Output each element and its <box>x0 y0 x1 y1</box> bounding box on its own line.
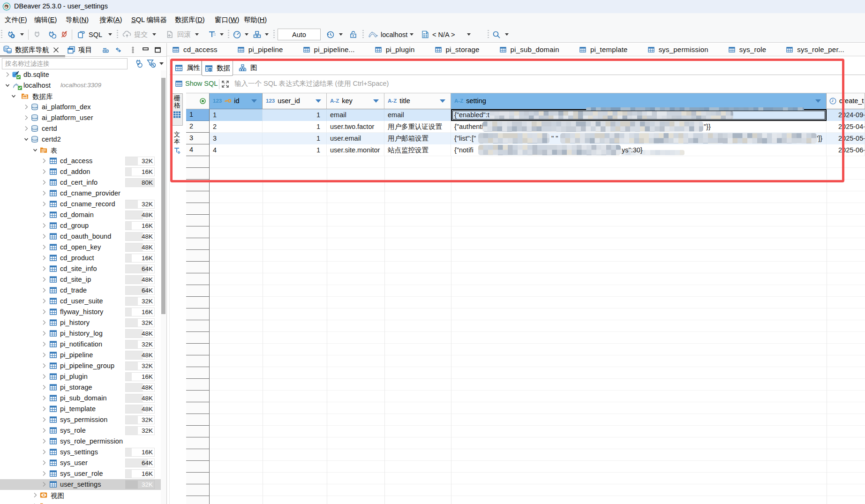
editor-tab-sys_permission[interactable]: sys_permission <box>642 43 723 56</box>
tree-item-cd_cname_provider[interactable]: cd_cname_provider <box>0 188 161 199</box>
link-with-editor-button[interactable] <box>115 46 122 53</box>
tree-item-pi_sub_domain[interactable]: pi_sub_domain48K <box>0 393 161 404</box>
tree-item-cd_access[interactable]: cd_access32K <box>0 156 161 166</box>
tree-item-sys_user[interactable]: sys_user64K <box>0 458 161 468</box>
chevron-right-icon[interactable] <box>41 331 47 336</box>
editor-tab-pi_template[interactable]: pi_template <box>574 43 642 56</box>
dropdown-caret-icon[interactable] <box>504 27 509 42</box>
tree-item-pi_plugin[interactable]: pi_plugin16K <box>0 371 161 382</box>
chevron-right-icon[interactable] <box>41 417 47 422</box>
editor-tab-pi_pipeline[interactable]: pi_pipeline <box>232 43 298 56</box>
menu-N[interactable]: 导航(N) <box>66 13 89 27</box>
tree-item-ai_platform_dex[interactable]: ai_platform_dex <box>0 102 161 113</box>
tree-item-pi_history[interactable]: pi_history32K <box>0 317 161 328</box>
tree-item-localhost[interactable]: localhostlocalhost:3309 <box>0 80 161 91</box>
chevron-right-icon[interactable] <box>41 158 47 164</box>
chevron-down-icon[interactable] <box>5 83 10 88</box>
dropdown-caret-icon[interactable] <box>244 27 249 42</box>
chevron-right-icon[interactable] <box>41 438 47 444</box>
active-connection-button[interactable]: localhost <box>369 27 407 42</box>
collapse-all-button[interactable] <box>102 46 109 53</box>
new-sql-editor-button[interactable]: SQL <box>77 27 102 42</box>
tree-item[interactable] <box>0 501 161 504</box>
new-connection-button[interactable] <box>6 27 15 42</box>
dropdown-caret-icon[interactable] <box>264 27 269 42</box>
tree-item-pi_pipeline[interactable]: pi_pipeline48K <box>0 350 161 361</box>
tree-item-ai_platform_user[interactable]: ai_platform_user <box>0 113 161 123</box>
chevron-right-icon[interactable] <box>5 72 10 77</box>
chevron-right-icon[interactable] <box>41 180 47 185</box>
dropdown-caret-icon[interactable] <box>338 27 343 42</box>
tree-item-cd_domain[interactable]: cd_domain48K <box>0 210 161 220</box>
transaction-log-button[interactable] <box>208 27 217 42</box>
tree-item-sys_role_permission[interactable]: sys_role_permission <box>0 436 161 447</box>
chevron-down-icon[interactable] <box>23 136 29 142</box>
auto-commit-select[interactable]: Auto <box>278 29 321 40</box>
chevron-right-icon[interactable] <box>41 309 47 315</box>
menu-H[interactable]: 帮助(H) <box>244 13 267 27</box>
filter-caret-icon[interactable] <box>159 62 164 66</box>
tree-item-cd_site_info[interactable]: cd_site_info64K <box>0 263 161 274</box>
connect-filter-icon[interactable] <box>134 59 143 68</box>
tree-item-pi_pipeline_group[interactable]: pi_pipeline_group32K <box>0 361 161 371</box>
transaction-history-button[interactable] <box>326 27 335 42</box>
chevron-right-icon[interactable] <box>41 449 47 455</box>
scrollbar-thumb[interactable] <box>161 78 165 314</box>
menu-F[interactable]: 文件(F) <box>5 13 27 27</box>
tree-item-dbsqlite[interactable]: db.sqlite <box>0 69 161 80</box>
tree-item-[interactable]: 视图 <box>0 490 161 501</box>
tree-item-sys_permission[interactable]: sys_permission32K <box>0 414 161 425</box>
chevron-right-icon[interactable] <box>41 481 47 487</box>
tree-item-cd_trade[interactable]: cd_trade64K <box>0 285 161 296</box>
chevron-right-icon[interactable] <box>41 277 47 282</box>
menu-A[interactable]: 搜索(A) <box>99 13 122 27</box>
tree-item-[interactable]: 数据库 <box>0 91 161 102</box>
dropdown-caret-icon[interactable] <box>466 27 471 42</box>
tree-item-cd_group[interactable]: cd_group16K <box>0 220 161 231</box>
editor-tab-pi_sub_domain[interactable]: pi_sub_domain <box>494 43 574 56</box>
projects-view-button[interactable] <box>253 27 262 42</box>
filter-connections-icon[interactable] <box>147 59 156 68</box>
tree-item-cd_site_ip[interactable]: cd_site_ip48K <box>0 274 161 285</box>
chevron-down-icon[interactable] <box>32 147 38 153</box>
tree-item-cd_oauth_bound[interactable]: cd_oauth_bound48K <box>0 231 161 242</box>
tree-item-pi_storage[interactable]: pi_storage48K <box>0 382 161 393</box>
tree-item-cd_open_key[interactable]: cd_open_key48K <box>0 242 161 253</box>
tree-item-pi_notification[interactable]: pi_notification32K <box>0 339 161 350</box>
active-database-button[interactable]: < N/A > <box>421 27 455 42</box>
dropdown-caret-icon[interactable] <box>219 27 224 42</box>
tree-item-sys_user_role[interactable]: sys_user_role16K <box>0 468 161 479</box>
sidebar-scrollbar[interactable] <box>161 70 166 504</box>
chevron-right-icon[interactable] <box>41 266 47 271</box>
search-button[interactable] <box>492 27 501 42</box>
dropdown-caret-icon[interactable] <box>108 27 113 42</box>
commit-button[interactable]: 提交 <box>122 27 148 42</box>
dropdown-caret-icon[interactable] <box>195 27 199 42</box>
chevron-right-icon[interactable] <box>41 169 47 174</box>
tree-item-flyway_history[interactable]: flyway_history16K <box>0 307 161 317</box>
tree-item-[interactable]: 表 <box>0 145 161 156</box>
chevron-right-icon[interactable] <box>23 115 29 120</box>
chevron-right-icon[interactable] <box>41 374 47 379</box>
tree-item-certd2[interactable]: certd2 <box>0 134 161 145</box>
chevron-right-icon[interactable] <box>41 460 47 466</box>
chevron-right-icon[interactable] <box>41 201 47 207</box>
chevron-right-icon[interactable] <box>41 212 47 218</box>
dropdown-caret-icon[interactable] <box>152 27 157 42</box>
sidebar-tab-database-navigator[interactable]: 数据库导航 <box>3 43 59 56</box>
editor-tab-sys_role[interactable]: sys_role <box>723 43 781 56</box>
dropdown-caret-icon[interactable] <box>409 27 414 42</box>
chevron-right-icon[interactable] <box>41 471 47 476</box>
chevron-right-icon[interactable] <box>41 233 47 239</box>
chevron-right-icon[interactable] <box>41 223 47 228</box>
menu-W[interactable]: 窗口(W) <box>215 13 239 27</box>
maximize-panel-button[interactable] <box>154 46 161 53</box>
chevron-right-icon[interactable] <box>41 341 47 347</box>
chevron-right-icon[interactable] <box>41 395 47 401</box>
chevron-right-icon[interactable] <box>41 287 47 293</box>
dashboard-button[interactable] <box>233 27 241 42</box>
chevron-right-icon[interactable] <box>41 406 47 412</box>
lock-button[interactable] <box>349 27 357 42</box>
tree-item-pi_history_log[interactable]: pi_history_log48K <box>0 328 161 339</box>
chevron-right-icon[interactable] <box>41 190 47 196</box>
